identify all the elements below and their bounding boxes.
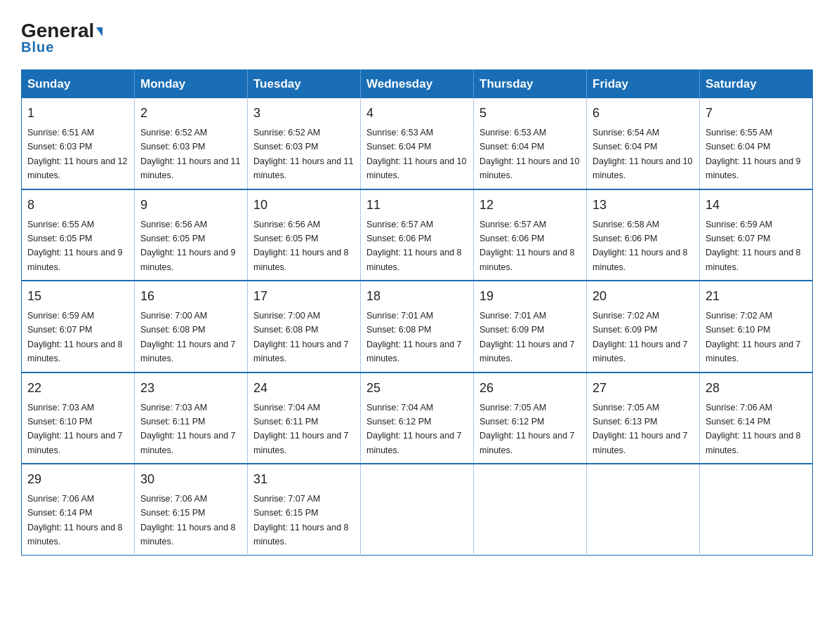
weekday-header-thursday: Thursday [474,70,587,99]
day-number: 17 [253,287,355,306]
weekday-header-sunday: Sunday [22,70,135,99]
day-info: Sunrise: 7:04 AMSunset: 6:12 PMDaylight:… [366,403,462,455]
day-number: 1 [27,104,128,123]
calendar-cell: 17 Sunrise: 7:00 AMSunset: 6:08 PMDaylig… [248,281,361,373]
calendar-cell: 3 Sunrise: 6:52 AMSunset: 6:03 PMDayligh… [248,98,361,189]
day-info: Sunrise: 6:59 AMSunset: 6:07 PMDaylight:… [706,220,801,272]
calendar-cell: 25 Sunrise: 7:04 AMSunset: 6:12 PMDaylig… [361,373,474,464]
day-info: Sunrise: 6:53 AMSunset: 6:04 PMDaylight:… [479,128,579,180]
day-number: 4 [366,104,468,123]
calendar-week-row: 22 Sunrise: 7:03 AMSunset: 6:10 PMDaylig… [22,373,813,464]
day-number: 18 [366,287,468,306]
day-info: Sunrise: 6:52 AMSunset: 6:03 PMDaylight:… [253,128,353,180]
day-number: 26 [479,379,581,398]
calendar-table: SundayMondayTuesdayWednesdayThursdayFrid… [21,69,813,556]
day-info: Sunrise: 6:51 AMSunset: 6:03 PMDaylight:… [27,128,127,180]
weekday-header-saturday: Saturday [700,70,813,99]
day-number: 14 [706,196,807,215]
day-number: 22 [27,379,128,398]
day-number: 25 [366,379,468,398]
day-info: Sunrise: 7:06 AMSunset: 6:14 PMDaylight:… [27,494,123,546]
calendar-cell: 22 Sunrise: 7:03 AMSunset: 6:10 PMDaylig… [22,373,135,464]
day-info: Sunrise: 7:05 AMSunset: 6:13 PMDaylight:… [593,403,688,455]
day-info: Sunrise: 6:58 AMSunset: 6:06 PMDaylight:… [593,220,688,272]
day-info: Sunrise: 6:59 AMSunset: 6:07 PMDaylight:… [27,311,123,363]
calendar-week-row: 15 Sunrise: 6:59 AMSunset: 6:07 PMDaylig… [22,281,813,373]
logo-text: General [21,21,102,41]
day-number: 20 [593,287,694,306]
day-number: 12 [479,196,581,215]
day-number: 9 [140,196,241,215]
calendar-cell: 7 Sunrise: 6:55 AMSunset: 6:04 PMDayligh… [700,98,813,189]
calendar-cell: 28 Sunrise: 7:06 AMSunset: 6:14 PMDaylig… [700,373,813,464]
day-number: 7 [706,104,807,123]
calendar-cell [474,464,587,555]
calendar-cell: 12 Sunrise: 6:57 AMSunset: 6:06 PMDaylig… [474,189,587,281]
day-number: 30 [140,470,241,489]
logo-blue-text: Blue [21,39,54,55]
calendar-cell: 9 Sunrise: 6:56 AMSunset: 6:05 PMDayligh… [135,189,248,281]
calendar-cell: 15 Sunrise: 6:59 AMSunset: 6:07 PMDaylig… [22,281,135,373]
day-number: 27 [593,379,694,398]
page-header: General Blue [21,21,813,55]
logo: General Blue [21,21,102,55]
calendar-cell: 2 Sunrise: 6:52 AMSunset: 6:03 PMDayligh… [135,98,248,189]
calendar-cell [700,464,813,555]
calendar-cell: 31 Sunrise: 7:07 AMSunset: 6:15 PMDaylig… [248,464,361,555]
day-info: Sunrise: 7:06 AMSunset: 6:15 PMDaylight:… [140,494,236,546]
day-number: 8 [27,196,128,215]
calendar-cell: 18 Sunrise: 7:01 AMSunset: 6:08 PMDaylig… [361,281,474,373]
calendar-cell: 20 Sunrise: 7:02 AMSunset: 6:09 PMDaylig… [587,281,700,373]
day-number: 29 [27,470,128,489]
calendar-cell: 14 Sunrise: 6:59 AMSunset: 6:07 PMDaylig… [700,189,813,281]
calendar-cell: 11 Sunrise: 6:57 AMSunset: 6:06 PMDaylig… [361,189,474,281]
day-info: Sunrise: 7:00 AMSunset: 6:08 PMDaylight:… [140,311,236,363]
calendar-cell: 29 Sunrise: 7:06 AMSunset: 6:14 PMDaylig… [22,464,135,555]
day-number: 13 [593,196,694,215]
day-info: Sunrise: 7:06 AMSunset: 6:14 PMDaylight:… [706,403,801,455]
day-info: Sunrise: 7:00 AMSunset: 6:08 PMDaylight:… [253,311,349,363]
day-info: Sunrise: 6:55 AMSunset: 6:05 PMDaylight:… [27,220,123,272]
day-info: Sunrise: 6:53 AMSunset: 6:04 PMDaylight:… [366,128,466,180]
day-number: 24 [253,379,355,398]
weekday-header-tuesday: Tuesday [248,70,361,99]
calendar-cell [361,464,474,555]
calendar-cell: 6 Sunrise: 6:54 AMSunset: 6:04 PMDayligh… [587,98,700,189]
day-info: Sunrise: 7:02 AMSunset: 6:09 PMDaylight:… [593,311,688,363]
day-info: Sunrise: 7:03 AMSunset: 6:11 PMDaylight:… [140,403,236,455]
calendar-cell: 13 Sunrise: 6:58 AMSunset: 6:06 PMDaylig… [587,189,700,281]
calendar-cell: 23 Sunrise: 7:03 AMSunset: 6:11 PMDaylig… [135,373,248,464]
calendar-cell: 10 Sunrise: 6:56 AMSunset: 6:05 PMDaylig… [248,189,361,281]
day-info: Sunrise: 6:54 AMSunset: 6:04 PMDaylight:… [593,128,692,180]
calendar-cell [587,464,700,555]
day-info: Sunrise: 7:04 AMSunset: 6:11 PMDaylight:… [253,403,349,455]
day-number: 11 [366,196,468,215]
calendar-cell: 16 Sunrise: 7:00 AMSunset: 6:08 PMDaylig… [135,281,248,373]
day-number: 19 [479,287,581,306]
calendar-cell: 19 Sunrise: 7:01 AMSunset: 6:09 PMDaylig… [474,281,587,373]
day-info: Sunrise: 7:01 AMSunset: 6:09 PMDaylight:… [479,311,575,363]
calendar-week-row: 29 Sunrise: 7:06 AMSunset: 6:14 PMDaylig… [22,464,813,555]
calendar-cell: 8 Sunrise: 6:55 AMSunset: 6:05 PMDayligh… [22,189,135,281]
day-info: Sunrise: 7:03 AMSunset: 6:10 PMDaylight:… [27,403,123,455]
day-info: Sunrise: 7:02 AMSunset: 6:10 PMDaylight:… [706,311,801,363]
day-number: 31 [253,470,355,489]
day-number: 2 [140,104,241,123]
day-number: 6 [593,104,694,123]
day-number: 15 [27,287,128,306]
weekday-header-monday: Monday [135,70,248,99]
calendar-cell: 24 Sunrise: 7:04 AMSunset: 6:11 PMDaylig… [248,373,361,464]
day-number: 28 [706,379,807,398]
day-info: Sunrise: 6:55 AMSunset: 6:04 PMDaylight:… [706,128,801,180]
day-number: 5 [479,104,581,123]
day-info: Sunrise: 6:57 AMSunset: 6:06 PMDaylight:… [366,220,462,272]
calendar-cell: 27 Sunrise: 7:05 AMSunset: 6:13 PMDaylig… [587,373,700,464]
calendar-cell: 1 Sunrise: 6:51 AMSunset: 6:03 PMDayligh… [22,98,135,189]
day-number: 3 [253,104,355,123]
calendar-week-row: 8 Sunrise: 6:55 AMSunset: 6:05 PMDayligh… [22,189,813,281]
day-info: Sunrise: 6:52 AMSunset: 6:03 PMDaylight:… [140,128,240,180]
calendar-cell: 5 Sunrise: 6:53 AMSunset: 6:04 PMDayligh… [474,98,587,189]
weekday-header-friday: Friday [587,70,700,99]
weekday-header-row: SundayMondayTuesdayWednesdayThursdayFrid… [22,70,813,99]
calendar-week-row: 1 Sunrise: 6:51 AMSunset: 6:03 PMDayligh… [22,98,813,189]
